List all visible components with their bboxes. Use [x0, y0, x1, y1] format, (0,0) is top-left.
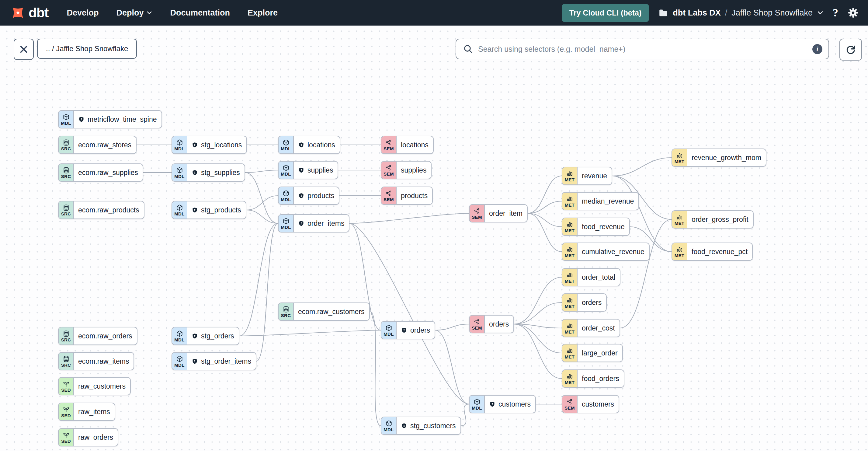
dbt-logo[interactable]: dbt [10, 5, 49, 20]
semantic-graph-icon [385, 164, 392, 171]
lineage-nodes: MDLmetricflow_time_spineSRCecom.raw_stor… [0, 0, 868, 451]
nav-item-deploy[interactable]: Deploy [116, 8, 152, 18]
nav-item-develop[interactable]: Develop [67, 8, 98, 18]
node-label: stg_customers [410, 422, 456, 430]
node-type-badge: MET [562, 370, 578, 387]
nav-right: Try Cloud CLI (beta) dbt Labs DX / Jaffl… [562, 4, 859, 22]
node-food_orders[interactable]: METfood_orders [562, 369, 624, 388]
shield-icon [298, 220, 304, 227]
node-type-badge: MET [672, 211, 687, 228]
info-icon[interactable]: i [812, 44, 823, 54]
project-breadcrumb[interactable]: dbt Labs DX / Jaffle Shop Snowflake [658, 8, 824, 18]
node-raw_products[interactable]: SRCecom.raw_products [58, 201, 145, 219]
node-stg_orders[interactable]: MDLstg_orders [172, 327, 239, 345]
navbar: dbt Develop Deploy Documentation Explore… [0, 0, 868, 26]
node-supplies_sem[interactable]: SEMsupplies [381, 161, 432, 179]
node-type-label: MET [675, 253, 685, 258]
gear-icon[interactable] [847, 7, 859, 19]
node-type-badge: MDL [172, 164, 187, 181]
node-raw_items_seed[interactable]: SEDraw_items [58, 402, 115, 421]
node-orders_sem[interactable]: SEMorders [469, 315, 514, 333]
node-type-badge: SEM [381, 161, 397, 179]
node-median_revenue[interactable]: METmedian_revenue [562, 192, 639, 210]
node-metricflow_time_spine[interactable]: MDLmetricflow_time_spine [58, 110, 162, 128]
cube-icon [176, 139, 183, 146]
node-order_items[interactable]: MDLorder_items [278, 214, 349, 233]
shield-icon [192, 358, 198, 365]
folder-icon [658, 8, 669, 18]
node-stg_locations[interactable]: MDLstg_locations [172, 136, 247, 154]
shield-icon [298, 192, 304, 199]
node-label: food_orders [582, 374, 619, 383]
node-locations_mdl[interactable]: MDLlocations [278, 136, 340, 154]
nav-item-documentation[interactable]: Documentation [170, 8, 230, 18]
node-raw_items[interactable]: SRCecom.raw_items [58, 352, 134, 370]
refresh-button[interactable] [839, 39, 862, 61]
semantic-graph-icon [473, 208, 480, 214]
semantic-graph-icon [473, 318, 480, 325]
search-input[interactable] [477, 44, 808, 54]
node-revenue[interactable]: METrevenue [562, 167, 612, 185]
node-type-label: MET [565, 355, 575, 359]
node-order_cost[interactable]: METorder_cost [562, 319, 620, 337]
node-type-badge: MDL [172, 353, 187, 370]
database-icon [283, 306, 289, 313]
shield-icon [298, 167, 304, 174]
node-label: order_item [489, 209, 523, 218]
metric-chart-icon [566, 373, 573, 380]
node-label: food_revenue_pct [691, 248, 748, 256]
node-type-badge: SRC [59, 327, 74, 344]
node-raw_orders[interactable]: SRCecom.raw_orders [58, 327, 137, 345]
node-label: customers [498, 400, 531, 409]
node-products_sem[interactable]: SEMproducts [381, 186, 433, 205]
node-type-badge: SRC [59, 164, 74, 181]
node-type-badge: MET [562, 294, 578, 311]
node-food_revenue[interactable]: METfood_revenue [562, 218, 630, 236]
node-stg_supplies[interactable]: MDLstg_supplies [172, 163, 245, 182]
node-raw_customers_seed[interactable]: SEDraw_customers [58, 377, 131, 395]
breadcrumb-separator: / [725, 8, 727, 18]
node-stg_customers[interactable]: MDLstg_customers [381, 417, 461, 435]
help-icon[interactable]: ? [833, 7, 838, 18]
node-order_gross_profit[interactable]: METorder_gross_profit [672, 210, 754, 229]
node-customers_sem[interactable]: SEMcustomers [562, 395, 619, 413]
node-order_total[interactable]: METorder_total [562, 268, 620, 287]
node-type-label: MET [675, 221, 685, 226]
node-type-label: SRC [61, 363, 71, 367]
node-orders_mdl[interactable]: MDLorders [381, 321, 435, 339]
node-type-label: MDL [281, 225, 291, 230]
node-raw_supplies[interactable]: SRCecom.raw_supplies [58, 163, 143, 182]
node-label: orders [582, 299, 601, 307]
graph-breadcrumb[interactable]: .. / Jaffle Shop Snowflake [37, 39, 137, 59]
node-type-badge: MDL [279, 161, 294, 179]
node-label: ecom.raw_products [78, 206, 139, 214]
node-type-badge: MET [672, 149, 687, 166]
node-customers_mdl[interactable]: MDLcustomers [469, 395, 536, 413]
node-revenue_growth_mom[interactable]: METrevenue_growth_mom [672, 149, 767, 167]
node-label: supplies [308, 166, 333, 174]
metric-chart-icon [566, 196, 573, 202]
node-large_order[interactable]: METlarge_order [562, 344, 623, 362]
node-locations_sem[interactable]: SEMlocations [381, 136, 434, 154]
node-food_revenue_pct[interactable]: METfood_revenue_pct [672, 243, 753, 261]
node-raw_customers_src[interactable]: SRCecom.raw_customers [278, 302, 370, 321]
semantic-graph-icon [566, 398, 573, 405]
node-order_item_sem[interactable]: SEMorder_item [469, 204, 528, 222]
node-type-label: SRC [61, 211, 71, 216]
node-stg_products[interactable]: MDLstg_products [172, 201, 246, 219]
node-stg_order_items[interactable]: MDLstg_order_items [172, 352, 256, 370]
cube-icon [385, 420, 392, 427]
node-products_mdl[interactable]: MDLproducts [278, 186, 339, 205]
node-type-badge: MDL [470, 396, 485, 413]
close-button[interactable] [14, 39, 34, 60]
node-type-label: SEM [383, 197, 394, 202]
node-orders_met[interactable]: METorders [562, 293, 607, 312]
nav-item-explore[interactable]: Explore [248, 8, 278, 18]
node-raw_orders_seed[interactable]: SEDraw_orders [58, 428, 118, 446]
node-supplies_mdl[interactable]: MDLsupplies [278, 161, 338, 179]
node-type-label: SEM [564, 405, 575, 410]
node-raw_stores[interactable]: SRCecom.raw_stores [58, 136, 136, 154]
node-cumulative_revenue[interactable]: METcumulative_revenue [562, 243, 650, 261]
cube-icon [385, 324, 392, 331]
try-cloud-cli-button[interactable]: Try Cloud CLI (beta) [562, 4, 649, 22]
